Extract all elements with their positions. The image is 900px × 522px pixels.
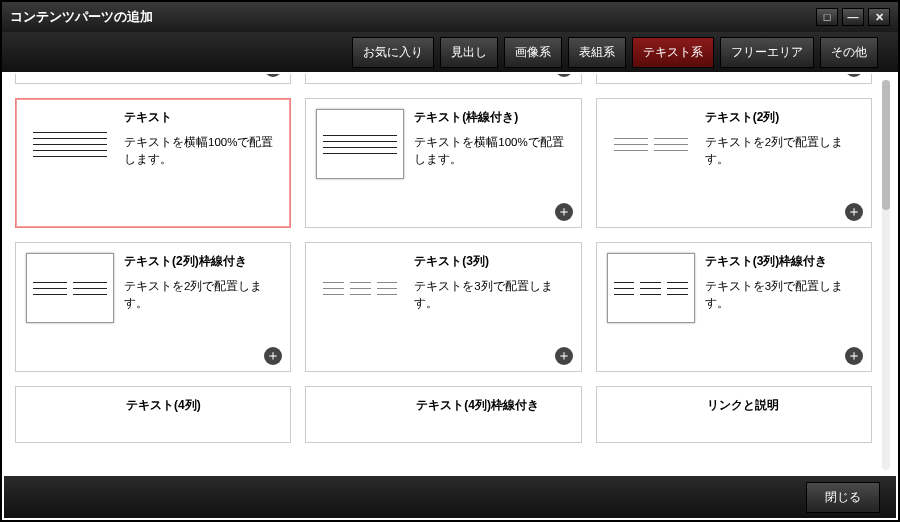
thumbnail bbox=[26, 109, 114, 179]
card-title: テキスト(3列)枠線付き bbox=[705, 253, 861, 270]
footer: 閉じる bbox=[4, 476, 896, 518]
card-desc: テキストを2列で配置します。 bbox=[705, 134, 861, 169]
card-title: テキスト(2列)枠線付き bbox=[124, 253, 280, 270]
add-button[interactable]: ＋ bbox=[845, 347, 863, 365]
plus-icon: ＋ bbox=[847, 74, 861, 77]
tab-images[interactable]: 画像系 bbox=[504, 37, 562, 68]
add-button[interactable]: ＋ bbox=[264, 347, 282, 365]
tab-favorites[interactable]: お気に入り bbox=[352, 37, 434, 68]
part-card-text-3col[interactable]: テキスト(3列) テキストを3列で配置します。 ＋ bbox=[305, 242, 581, 372]
tab-freearea[interactable]: フリーエリア bbox=[720, 37, 814, 68]
tab-text[interactable]: テキスト系 bbox=[632, 37, 714, 68]
add-button[interactable]: ＋ bbox=[264, 74, 282, 77]
close-icon: ✕ bbox=[875, 11, 884, 24]
thumbnail bbox=[316, 109, 404, 179]
part-card-text-4col-border[interactable]: テキスト(4列)枠線付き bbox=[305, 386, 581, 443]
scrollbar-thumb[interactable] bbox=[882, 80, 890, 210]
card-title: テキスト(4列) bbox=[126, 397, 280, 414]
part-card-text-3col-border[interactable]: テキスト(3列)枠線付き テキストを3列で配置します。 ＋ bbox=[596, 242, 872, 372]
thumbnail bbox=[607, 253, 695, 323]
tab-headings[interactable]: 見出し bbox=[440, 37, 498, 68]
part-card-text-4col[interactable]: テキスト(4列) bbox=[15, 386, 291, 443]
scrollbar[interactable] bbox=[882, 80, 890, 470]
add-button[interactable]: ＋ bbox=[555, 74, 573, 77]
plus-icon: ＋ bbox=[557, 347, 571, 365]
part-card-text-2col[interactable]: テキスト(2列) テキストを2列で配置します。 ＋ bbox=[596, 98, 872, 228]
plus-icon: ＋ bbox=[847, 203, 861, 221]
add-button[interactable]: ＋ bbox=[845, 203, 863, 221]
plus-icon: ＋ bbox=[266, 347, 280, 365]
part-card-text-border[interactable]: テキスト(枠線付き) テキストを横幅100%で配置します。 ＋ bbox=[305, 98, 581, 228]
card-desc: テキストを横幅100%で配置します。 bbox=[124, 134, 280, 169]
part-card-text[interactable]: テキスト テキストを横幅100%で配置します。 bbox=[15, 98, 291, 228]
thumbnail bbox=[316, 253, 404, 323]
card-desc: テキストを3列で配置します。 bbox=[705, 278, 861, 313]
add-button[interactable]: ＋ bbox=[555, 203, 573, 221]
card-desc: テキストを2列で配置します。 bbox=[124, 278, 280, 313]
minimize-button[interactable]: — bbox=[842, 8, 864, 26]
tab-other[interactable]: その他 bbox=[820, 37, 878, 68]
card-title: リンクと説明 bbox=[707, 397, 861, 414]
plus-icon: ＋ bbox=[557, 74, 571, 77]
card-title: テキスト(2列) bbox=[705, 109, 861, 126]
plus-icon: ＋ bbox=[266, 74, 280, 77]
part-card[interactable]: ✓ ✓ ＋ bbox=[15, 74, 291, 84]
part-card[interactable]: ＋ bbox=[596, 74, 872, 84]
tab-tables[interactable]: 表組系 bbox=[568, 37, 626, 68]
content-area: ✓ ✓ ＋ ✓ ✓ ＋ bbox=[4, 74, 896, 476]
card-title: テキスト(枠線付き) bbox=[414, 109, 570, 126]
thumbnail bbox=[26, 253, 114, 323]
card-desc: テキストを3列で配置します。 bbox=[414, 278, 570, 313]
dialog-window: コンテンツパーツの追加 □ — ✕ お気に入り 見出し 画像系 表組系 テキスト… bbox=[0, 0, 900, 522]
maximize-icon: □ bbox=[824, 11, 831, 23]
part-card[interactable]: ✓ ✓ ＋ bbox=[305, 74, 581, 84]
window-title: コンテンツパーツの追加 bbox=[10, 8, 153, 26]
card-desc: テキストを横幅100%で配置します。 bbox=[414, 134, 570, 169]
titlebar: コンテンツパーツの追加 □ — ✕ bbox=[2, 2, 898, 32]
maximize-button[interactable]: □ bbox=[816, 8, 838, 26]
card-title: テキスト(3列) bbox=[414, 253, 570, 270]
plus-icon: ＋ bbox=[847, 347, 861, 365]
add-button[interactable]: ＋ bbox=[845, 74, 863, 77]
close-button[interactable]: 閉じる bbox=[806, 482, 880, 513]
scroll-area[interactable]: ✓ ✓ ＋ ✓ ✓ ＋ bbox=[9, 74, 878, 476]
part-card-link-desc[interactable]: リンクと説明 bbox=[596, 386, 872, 443]
thumbnail bbox=[607, 109, 695, 179]
part-card-text-2col-border[interactable]: テキスト(2列)枠線付き テキストを2列で配置します。 ＋ bbox=[15, 242, 291, 372]
card-title: テキスト bbox=[124, 109, 280, 126]
category-tabs: お気に入り 見出し 画像系 表組系 テキスト系 フリーエリア その他 bbox=[2, 32, 898, 72]
minimize-icon: — bbox=[848, 11, 859, 23]
close-window-button[interactable]: ✕ bbox=[868, 8, 890, 26]
plus-icon: ＋ bbox=[557, 203, 571, 221]
card-title: テキスト(4列)枠線付き bbox=[416, 397, 570, 414]
add-button[interactable]: ＋ bbox=[555, 347, 573, 365]
